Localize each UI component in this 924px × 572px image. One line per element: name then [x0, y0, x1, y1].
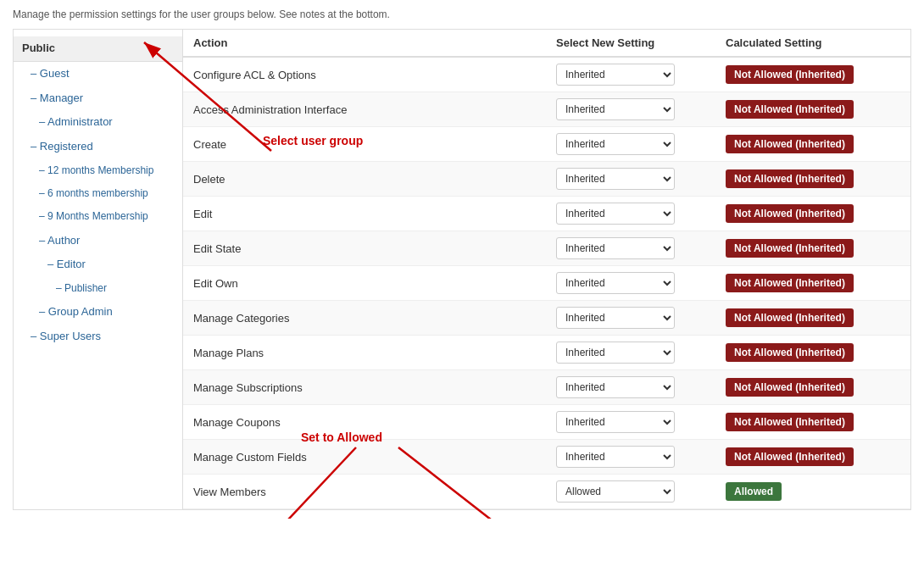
status-badge: Not Allowed (Inherited) [726, 447, 854, 466]
action-cell: View Members [183, 475, 546, 509]
action-cell: Configure ACL & Options [183, 57, 546, 92]
select-cell[interactable]: InheritedAllowedDenied [546, 127, 715, 162]
calculated-cell: Not Allowed (Inherited) [715, 197, 910, 231]
table-row: CreateInheritedAllowedDeniedNot Allowed … [183, 127, 910, 162]
calculated-cell: Not Allowed (Inherited) [715, 57, 910, 92]
select-cell[interactable]: InheritedAllowedDenied [546, 440, 715, 475]
permissions-table: Action Select New Setting Calculated Set… [183, 30, 910, 509]
sidebar-item-groupadmin[interactable]: – Group Admin [14, 300, 182, 325]
sidebar-item-publisher[interactable]: – Publisher [14, 277, 182, 300]
calculated-cell: Not Allowed (Inherited) [715, 266, 910, 301]
table-row: Manage Custom FieldsInheritedAllowedDeni… [183, 440, 910, 475]
action-cell: Create [183, 127, 546, 162]
status-badge: Not Allowed (Inherited) [726, 169, 854, 188]
calculated-cell: Not Allowed (Inherited) [715, 370, 910, 405]
table-row: Configure ACL & OptionsInheritedAllowedD… [183, 57, 910, 92]
action-cell: Access Administration Interface [183, 92, 546, 127]
select-cell[interactable]: InheritedAllowedDenied [546, 197, 715, 231]
action-cell: Edit [183, 197, 546, 231]
table-row: EditInheritedAllowedDeniedNot Allowed (I… [183, 197, 910, 231]
table-row: Edit StateInheritedAllowedDeniedNot Allo… [183, 231, 910, 266]
col-header-setting: Select New Setting [546, 30, 715, 57]
calculated-cell: Not Allowed (Inherited) [715, 162, 910, 197]
sidebar-item-12months[interactable]: – 12 months Membership [14, 159, 182, 182]
permission-select[interactable]: InheritedAllowedDenied [557, 203, 674, 224]
sidebar-item-administrator[interactable]: – Administrator [14, 110, 182, 135]
permission-select[interactable]: InheritedAllowedDenied [557, 169, 674, 189]
sidebar-item-registered[interactable]: – Registered [14, 135, 182, 159]
status-badge: Not Allowed (Inherited) [726, 413, 854, 431]
table-row: Manage PlansInheritedAllowedDeniedNot Al… [183, 336, 910, 370]
calculated-cell: Not Allowed (Inherited) [715, 231, 910, 266]
sidebar-item-editor[interactable]: – Editor [14, 253, 182, 277]
calculated-cell: Not Allowed (Inherited) [715, 440, 910, 475]
select-cell[interactable]: InheritedAllowedDenied [546, 92, 715, 127]
sidebar-item-public[interactable]: Public [14, 36, 182, 62]
sidebar-item-author[interactable]: – Author [14, 229, 182, 253]
action-cell: Manage Subscriptions [183, 370, 546, 405]
calculated-cell: Not Allowed (Inherited) [715, 301, 910, 336]
permission-select[interactable]: InheritedAllowedDenied [557, 447, 674, 467]
action-cell: Manage Coupons [183, 405, 546, 440]
select-cell[interactable]: InheritedAllowedDenied [546, 405, 715, 440]
permission-select[interactable]: InheritedAllowedDenied [557, 273, 674, 293]
permission-select[interactable]: InheritedAllowedDenied [557, 99, 674, 119]
sidebar-item-guest[interactable]: – Guest [14, 62, 182, 86]
status-badge: Not Allowed (Inherited) [726, 378, 854, 397]
action-cell: Manage Custom Fields [183, 440, 546, 475]
table-row: Manage SubscriptionsInheritedAllowedDeni… [183, 370, 910, 405]
permission-select[interactable]: InheritedAllowedDenied [557, 64, 674, 85]
status-badge: Not Allowed (Inherited) [726, 135, 854, 153]
action-cell: Manage Categories [183, 301, 546, 336]
calculated-cell: Not Allowed (Inherited) [715, 336, 910, 370]
permission-select[interactable]: InheritedAllowedDenied [557, 308, 674, 328]
select-cell[interactable]: InheritedAllowedDenied [546, 370, 715, 405]
calculated-cell: Allowed [715, 475, 910, 509]
permissions-content: Action Select New Setting Calculated Set… [183, 30, 910, 509]
action-cell: Edit State [183, 231, 546, 266]
permission-select[interactable]: InheritedAllowedDenied [557, 342, 674, 363]
select-cell[interactable]: InheritedAllowedDenied [546, 57, 715, 92]
table-row: Edit OwnInheritedAllowedDeniedNot Allowe… [183, 266, 910, 301]
status-badge: Not Allowed (Inherited) [726, 100, 854, 119]
col-header-action: Action [183, 30, 546, 57]
status-badge: Not Allowed (Inherited) [726, 274, 854, 292]
col-header-calculated: Calculated Setting [715, 30, 910, 57]
permission-select[interactable]: InheritedAllowedDenied [557, 377, 674, 397]
action-cell: Edit Own [183, 266, 546, 301]
select-cell[interactable]: InheritedAllowedDenied [546, 266, 715, 301]
permission-select[interactable]: InheritedAllowedDenied [557, 134, 674, 154]
select-cell[interactable]: InheritedAllowedDenied [546, 475, 715, 509]
table-row: View MembersInheritedAllowedDeniedAllowe… [183, 475, 910, 509]
status-badge: Allowed [726, 482, 782, 501]
instructions-text: Manage the permission settings for the u… [13, 8, 911, 20]
table-row: Manage CategoriesInheritedAllowedDeniedN… [183, 301, 910, 336]
status-badge: Not Allowed (Inherited) [726, 65, 854, 84]
sidebar-item-superusers[interactable]: – Super Users [14, 325, 182, 349]
select-cell[interactable]: InheritedAllowedDenied [546, 162, 715, 197]
select-cell[interactable]: InheritedAllowedDenied [546, 231, 715, 266]
action-cell: Manage Plans [183, 336, 546, 370]
select-cell[interactable]: InheritedAllowedDenied [546, 301, 715, 336]
status-badge: Not Allowed (Inherited) [726, 308, 854, 327]
sidebar-item-manager[interactable]: – Manager [14, 86, 182, 111]
select-cell[interactable]: InheritedAllowedDenied [546, 336, 715, 370]
status-badge: Not Allowed (Inherited) [726, 204, 854, 223]
status-badge: Not Allowed (Inherited) [726, 239, 854, 258]
sidebar-item-6months[interactable]: – 6 months membership [14, 182, 182, 205]
table-row: DeleteInheritedAllowedDeniedNot Allowed … [183, 162, 910, 197]
calculated-cell: Not Allowed (Inherited) [715, 405, 910, 440]
calculated-cell: Not Allowed (Inherited) [715, 92, 910, 127]
sidebar: Public – Guest – Manager – Administrator… [14, 30, 183, 509]
sidebar-item-9months[interactable]: – 9 Months Membership [14, 205, 182, 228]
permission-select[interactable]: InheritedAllowedDenied [557, 238, 674, 258]
action-cell: Delete [183, 162, 546, 197]
status-badge: Not Allowed (Inherited) [726, 343, 854, 362]
permission-select[interactable]: InheritedAllowedDenied [557, 412, 674, 432]
permission-select[interactable]: InheritedAllowedDenied [557, 481, 674, 502]
calculated-cell: Not Allowed (Inherited) [715, 127, 910, 162]
table-row: Access Administration InterfaceInherited… [183, 92, 910, 127]
table-row: Manage CouponsInheritedAllowedDeniedNot … [183, 405, 910, 440]
